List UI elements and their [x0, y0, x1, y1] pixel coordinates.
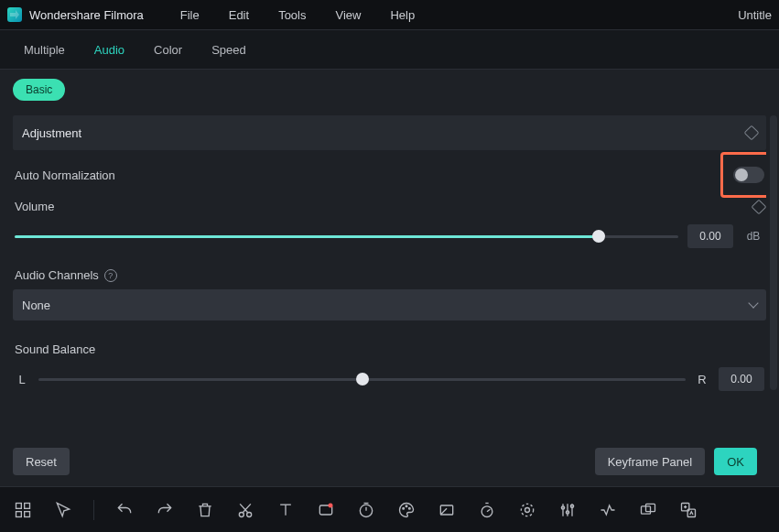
balance-left-label: L	[15, 373, 29, 386]
undo-icon[interactable]	[114, 500, 135, 520]
chroma-key-icon[interactable]	[517, 500, 537, 520]
row-audio-channels-header: Audio Channels ?	[13, 265, 766, 289]
audio-channels-label: Audio Channels	[15, 268, 99, 282]
row-auto-normalization: Auto Normalization	[13, 150, 766, 200]
audio-ducking-icon[interactable]	[598, 500, 618, 520]
toolbar-divider	[93, 500, 94, 520]
audio-panel: Basic Adjustment Auto Normalization Volu…	[0, 70, 779, 486]
svg-rect-2	[16, 511, 22, 516]
group-icon[interactable]	[638, 500, 658, 520]
svg-point-7	[329, 503, 333, 507]
translate-icon[interactable]	[678, 500, 698, 520]
subtab-basic[interactable]: Basic	[13, 79, 65, 101]
section-adjustment[interactable]: Adjustment	[13, 115, 766, 150]
layout-grid-icon[interactable]	[13, 500, 33, 520]
svg-point-4	[239, 512, 243, 516]
cut-icon[interactable]	[235, 500, 255, 520]
auto-normalization-toggle[interactable]	[733, 167, 764, 183]
vertical-scrollbar[interactable]	[770, 115, 777, 390]
mixer-icon[interactable]	[557, 500, 578, 520]
menu-edit[interactable]: Edit	[229, 8, 249, 22]
toggle-knob-icon	[735, 168, 748, 181]
balance-right-label: R	[695, 373, 709, 386]
svg-point-14	[521, 504, 533, 516]
audio-channels-value: None	[22, 299, 50, 312]
menu-help[interactable]: Help	[390, 8, 415, 22]
speed-timer-icon[interactable]	[356, 500, 376, 520]
balance-thumb-icon[interactable]	[356, 373, 369, 385]
help-icon[interactable]: ?	[104, 269, 117, 282]
row-volume-slider: 0.00 dB	[13, 221, 766, 265]
tab-audio[interactable]: Audio	[80, 32, 139, 68]
svg-point-8	[360, 505, 372, 516]
reset-button[interactable]: Reset	[13, 448, 70, 475]
menu-tools[interactable]: Tools	[278, 8, 306, 22]
svg-point-11	[409, 507, 411, 509]
app-name: Wondershare Filmora	[29, 8, 144, 22]
svg-rect-1	[25, 503, 30, 508]
row-sound-balance-slider: L R 0.00	[13, 364, 766, 407]
svg-rect-3	[25, 511, 30, 516]
record-icon[interactable]	[316, 500, 336, 520]
svg-rect-0	[16, 503, 22, 508]
volume-keyframe-icon[interactable]	[752, 199, 766, 214]
crop-icon[interactable]	[437, 500, 457, 520]
row-sound-balance-header: Sound Balance	[13, 337, 766, 364]
chevron-down-icon	[748, 298, 758, 308]
tab-color[interactable]: Color	[139, 32, 197, 68]
volume-slider[interactable]	[15, 228, 678, 244]
sound-balance-slider[interactable]	[38, 371, 686, 387]
stopwatch-icon[interactable]	[477, 500, 497, 520]
bottom-toolbar	[0, 486, 779, 532]
sound-balance-label: Sound Balance	[15, 342, 95, 356]
menu-file[interactable]: File	[180, 8, 200, 22]
section-title: Adjustment	[22, 126, 81, 140]
svg-point-10	[406, 505, 407, 507]
color-palette-icon[interactable]	[396, 500, 417, 520]
row-volume-header: Volume	[13, 200, 766, 221]
tab-speed[interactable]: Speed	[197, 32, 261, 68]
volume-value[interactable]: 0.00	[687, 224, 733, 248]
app-logo-icon	[7, 7, 22, 22]
property-tabs: Multiple Audio Color Speed	[0, 29, 779, 70]
auto-normalization-label: Auto Normalization	[15, 168, 115, 182]
sound-balance-value[interactable]: 0.00	[719, 367, 764, 391]
menubar: Wondershare Filmora File Edit Tools View…	[0, 0, 779, 29]
audio-channels-select[interactable]: None	[13, 289, 766, 320]
keyframe-panel-button[interactable]: Keyframe Panel	[595, 448, 706, 475]
text-icon[interactable]	[276, 500, 296, 520]
redo-icon[interactable]	[155, 500, 175, 520]
pointer-icon[interactable]	[53, 500, 73, 520]
svg-point-15	[525, 507, 530, 512]
ok-button[interactable]: OK	[714, 448, 757, 475]
keyframe-icon[interactable]	[744, 125, 760, 141]
volume-label: Volume	[15, 200, 54, 213]
svg-point-5	[247, 512, 252, 516]
menu-view[interactable]: View	[335, 8, 361, 22]
volume-thumb-icon[interactable]	[592, 230, 605, 243]
delete-icon[interactable]	[195, 500, 215, 520]
tab-multiple[interactable]: Multiple	[9, 32, 80, 68]
svg-point-9	[403, 507, 405, 509]
volume-unit: dB	[742, 230, 764, 243]
document-title: Untitle	[738, 8, 772, 22]
panel-footer: Reset Keyframe Panel OK	[13, 448, 757, 475]
